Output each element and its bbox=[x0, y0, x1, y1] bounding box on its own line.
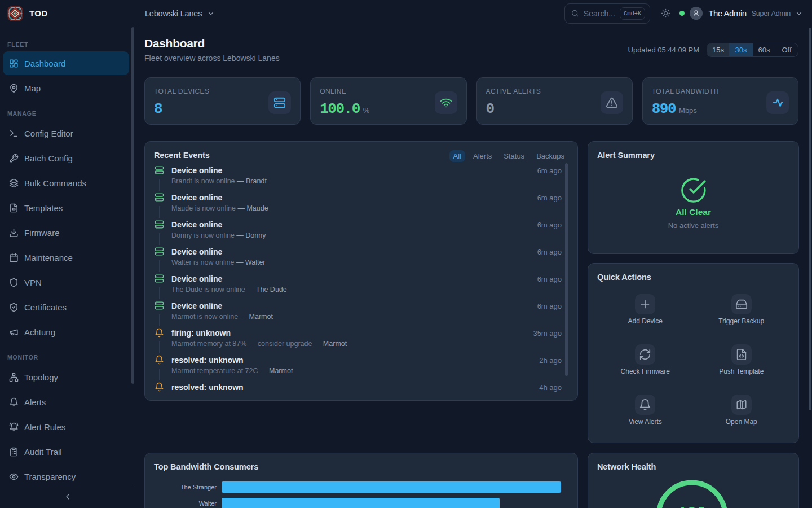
svg-text:100: 100 bbox=[678, 504, 706, 508]
